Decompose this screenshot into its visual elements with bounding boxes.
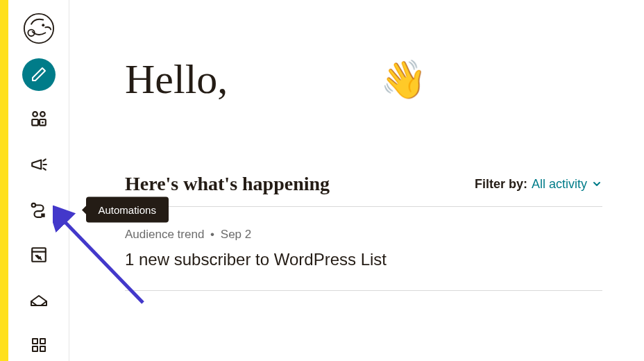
- meta-separator: •: [210, 228, 214, 241]
- filter-label: Filter by:: [475, 177, 527, 192]
- chevron-down-icon: [591, 178, 602, 190]
- svg-rect-11: [33, 339, 37, 344]
- integrations-icon: [31, 337, 47, 353]
- brand-logo[interactable]: [22, 11, 56, 46]
- activity-filter: Filter by: All activity: [475, 177, 602, 192]
- sidebar-item-integrations[interactable]: [22, 328, 56, 361]
- activity-date: Sep 2: [221, 228, 251, 241]
- sidebar-item-campaigns[interactable]: [22, 149, 56, 181]
- svg-point-4: [40, 112, 44, 117]
- svg-rect-9: [41, 213, 44, 217]
- activity-category: Audience trend: [125, 228, 204, 241]
- tooltip-text: Automations: [99, 204, 156, 216]
- sidebar-item-website[interactable]: [22, 238, 56, 271]
- filter-value-text: All activity: [532, 177, 587, 192]
- sidebar: Automations: [8, 0, 69, 361]
- svg-point-1: [42, 24, 44, 26]
- svg-point-7: [42, 121, 44, 124]
- megaphone-icon: [30, 156, 48, 174]
- svg-point-8: [31, 203, 35, 207]
- mailchimp-logo-icon: [22, 11, 56, 46]
- svg-point-0: [24, 14, 53, 43]
- brand-accent-strip: [0, 0, 8, 361]
- activity-header: Here's what's happening Filter by: All a…: [125, 173, 602, 207]
- greeting-text: Hello,: [125, 56, 228, 103]
- content-icon: [29, 291, 49, 309]
- activity-item[interactable]: Audience trend • Sep 2 1 new subscriber …: [125, 228, 602, 291]
- greeting-row: Hello, 👋: [125, 56, 602, 103]
- svg-rect-13: [33, 346, 37, 351]
- svg-point-3: [33, 112, 37, 117]
- tooltip-automations: Automations: [86, 197, 169, 223]
- activity-text: 1 new subscriber to WordPress List: [125, 250, 602, 269]
- svg-rect-14: [40, 346, 45, 351]
- sidebar-item-create[interactable]: [22, 58, 56, 91]
- sidebar-item-content[interactable]: [22, 283, 56, 316]
- activity-meta: Audience trend • Sep 2: [125, 228, 602, 242]
- audience-icon: [30, 110, 48, 128]
- filter-dropdown[interactable]: All activity: [532, 177, 602, 192]
- wave-emoji: 👋: [380, 58, 427, 101]
- website-icon: [30, 246, 48, 264]
- main-content: Hello, 👋 Here's what's happening Filter …: [69, 0, 644, 361]
- sidebar-item-automations[interactable]: Automations: [22, 194, 56, 226]
- automations-icon: [30, 201, 48, 219]
- activity-heading: Here's what's happening: [125, 173, 330, 195]
- svg-rect-12: [40, 339, 45, 344]
- svg-rect-5: [32, 119, 38, 126]
- pencil-icon: [31, 66, 47, 83]
- sidebar-item-audience[interactable]: [22, 103, 56, 136]
